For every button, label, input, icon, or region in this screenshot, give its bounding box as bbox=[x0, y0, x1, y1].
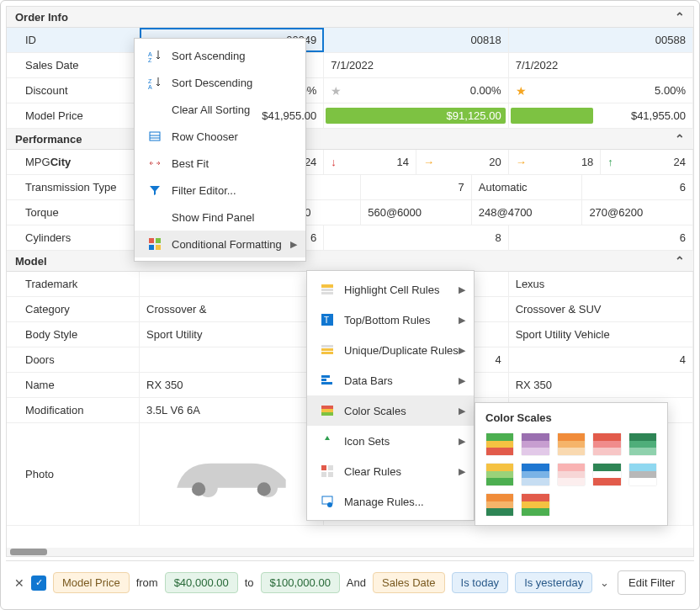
cell-photo-a[interactable] bbox=[140, 423, 324, 525]
cell-nm-c[interactable]: RX 350 bbox=[509, 373, 693, 397]
cell-salesdate-2[interactable]: 7/1/2022 bbox=[324, 53, 508, 77]
color-scales-popup: Color Scales bbox=[475, 402, 668, 526]
svg-text:T: T bbox=[324, 316, 329, 325]
label-trademark: Trademark bbox=[7, 272, 140, 296]
row-cylinders: Cylinders 6 8 6 bbox=[7, 225, 693, 251]
menu-label: Clear Rules bbox=[344, 465, 401, 478]
cell-mpg-c[interactable]: ↓14 bbox=[324, 150, 416, 174]
menu-sort-ascending[interactable]: AZ Sort Ascending bbox=[135, 42, 305, 69]
cell-bs-a[interactable]: Sport Utility bbox=[140, 322, 324, 347]
filter-value-istoday[interactable]: Is today bbox=[452, 572, 509, 593]
label-doors: Doors bbox=[7, 347, 140, 372]
section-performance[interactable]: Performance ⌃ bbox=[7, 129, 693, 150]
label-sales-date: Sales Date bbox=[7, 53, 140, 77]
row-id: ID 00949 00818 00588 bbox=[7, 28, 693, 53]
cell-dr-c[interactable]: 4 bbox=[509, 347, 693, 372]
submenu-color-scales[interactable]: Color Scales ▶ bbox=[307, 395, 474, 426]
color-scale-swatch[interactable] bbox=[485, 463, 514, 486]
menu-find-panel[interactable]: Show Find Panel bbox=[135, 204, 305, 231]
cell-mpg-f[interactable]: ↑24 bbox=[601, 150, 693, 174]
menu-filter-editor[interactable]: Filter Editor... bbox=[135, 177, 305, 204]
cell-mod-a[interactable]: 3.5L V6 6A bbox=[140, 398, 324, 422]
section-title: Order Info bbox=[15, 11, 68, 24]
submenu-highlight-rules[interactable]: Highlight Cell Rules ▶ bbox=[307, 274, 474, 305]
color-scale-swatch[interactable] bbox=[485, 493, 514, 517]
filter-field-salesdate[interactable]: Sales Date bbox=[373, 572, 445, 593]
chevron-up-icon[interactable]: ⌃ bbox=[675, 10, 685, 24]
row-sales-date: Sales Date 7/1/2022 7/1/2022 bbox=[7, 53, 693, 78]
color-scale-swatch[interactable] bbox=[592, 463, 621, 486]
cell-cat-c[interactable]: Crossover & SUV bbox=[509, 297, 693, 321]
color-scale-swatch[interactable] bbox=[521, 463, 549, 486]
submenu-manage-rules[interactable]: Manage Rules... bbox=[307, 486, 474, 517]
cell-mpg-d[interactable]: →20 bbox=[416, 150, 509, 174]
svg-rect-20 bbox=[321, 345, 333, 347]
label-transmission: Transmission Type bbox=[7, 175, 140, 199]
submenu-icon-sets[interactable]: Icon Sets ▶ bbox=[307, 426, 474, 456]
cell-tr-c[interactable]: 7 bbox=[361, 175, 472, 199]
submenu-data-bars[interactable]: Data Bars ▶ bbox=[307, 365, 474, 395]
color-scale-swatch[interactable] bbox=[557, 432, 586, 456]
cell-salesdate-3[interactable]: 7/1/2022 bbox=[509, 53, 693, 77]
submenu-top-bottom[interactable]: T Top/Bottom Rules ▶ bbox=[307, 305, 474, 335]
cell-cy-b[interactable]: 8 bbox=[324, 225, 508, 250]
svg-rect-11 bbox=[149, 238, 154, 243]
cell-price-3[interactable]: $41,955.00 bbox=[509, 103, 693, 128]
horizontal-scrollbar[interactable] bbox=[7, 548, 693, 556]
cell-disc-2[interactable]: ★0.00% bbox=[324, 78, 508, 103]
cell-nm-a[interactable]: RX 350 bbox=[140, 373, 324, 397]
menu-conditional-formatting[interactable]: Conditional Formatting ▶ bbox=[135, 231, 305, 257]
cell-price-2[interactable]: $91,125.00 bbox=[324, 103, 508, 128]
filter-value-isyesterday[interactable]: Is yesterday bbox=[515, 572, 592, 593]
cell-mpg-e[interactable]: →18 bbox=[509, 150, 602, 174]
section-title: Performance bbox=[15, 133, 82, 146]
color-scale-swatch[interactable] bbox=[521, 432, 549, 456]
conditional-formatting-icon bbox=[146, 237, 163, 251]
cell-tq-d[interactable]: 248@4700 bbox=[472, 200, 583, 225]
menu-row-chooser[interactable]: Row Chooser bbox=[135, 123, 305, 150]
color-scale-swatch[interactable] bbox=[521, 493, 549, 517]
filter-enabled-checkbox[interactable]: ✓ bbox=[31, 576, 46, 591]
edit-filter-button[interactable]: Edit Filter bbox=[618, 570, 686, 595]
manage-icon bbox=[319, 495, 336, 508]
cell-disc-3[interactable]: ★5.00% bbox=[509, 78, 693, 103]
color-scale-swatch[interactable] bbox=[592, 432, 621, 456]
svg-rect-22 bbox=[321, 352, 333, 354]
label-cylinders: Cylinders bbox=[7, 225, 140, 250]
filter-value-min[interactable]: $40,000.00 bbox=[165, 572, 238, 593]
submenu-unique-duplicate[interactable]: Unique/Duplicate Rules ▶ bbox=[307, 335, 474, 365]
color-scale-swatch[interactable] bbox=[628, 463, 657, 486]
cell-tm-c[interactable]: Lexus bbox=[509, 272, 693, 296]
submenu-clear-rules[interactable]: Clear Rules ▶ bbox=[307, 456, 474, 486]
svg-rect-15 bbox=[321, 284, 333, 288]
cell-cy-c[interactable]: 6 bbox=[509, 225, 693, 250]
filter-field-modelprice[interactable]: Model Price bbox=[53, 572, 130, 593]
menu-sort-descending[interactable]: ZA Sort Descending bbox=[135, 69, 305, 96]
cell-dr-a[interactable] bbox=[140, 347, 324, 372]
cell-tm-a[interactable] bbox=[140, 272, 324, 296]
color-scale-swatch[interactable] bbox=[628, 432, 657, 456]
cell-bs-c[interactable]: Sport Utility Vehicle bbox=[509, 322, 693, 347]
chevron-up-icon[interactable]: ⌃ bbox=[675, 254, 685, 268]
menu-best-fit[interactable]: Best Fit bbox=[135, 150, 305, 177]
cell-id-2[interactable]: 00818 bbox=[324, 28, 508, 52]
cell-tq-c[interactable]: 560@6000 bbox=[361, 200, 472, 225]
filter-clear-button[interactable]: ✕ bbox=[14, 576, 24, 590]
chevron-up-icon[interactable]: ⌃ bbox=[675, 132, 685, 146]
color-scale-swatch[interactable] bbox=[557, 463, 586, 486]
section-order-info[interactable]: Order Info ⌃ bbox=[7, 7, 693, 28]
color-scale-swatch[interactable] bbox=[485, 432, 514, 456]
row-torque: Torque 270@6200 500@1500 560@6000 248@47… bbox=[7, 200, 693, 225]
cell-id-3[interactable]: 00588 bbox=[509, 28, 693, 52]
cell-tr-d[interactable]: Automatic bbox=[472, 175, 583, 199]
cell-cat-a[interactable]: Crossover & bbox=[140, 297, 324, 321]
svg-point-34 bbox=[327, 502, 332, 507]
menu-label: Conditional Formatting bbox=[172, 238, 282, 251]
cell-tr-e[interactable]: 6 bbox=[582, 175, 693, 199]
filter-value-max[interactable]: $100,000.00 bbox=[261, 572, 340, 593]
cell-tq-e[interactable]: 270@6200 bbox=[582, 200, 693, 225]
filter-dropdown-button[interactable]: ⌄ bbox=[600, 576, 609, 589]
section-model[interactable]: Model ⌃ bbox=[7, 251, 693, 272]
label-model-price: Model Price bbox=[7, 103, 140, 128]
svg-rect-28 bbox=[321, 412, 333, 416]
